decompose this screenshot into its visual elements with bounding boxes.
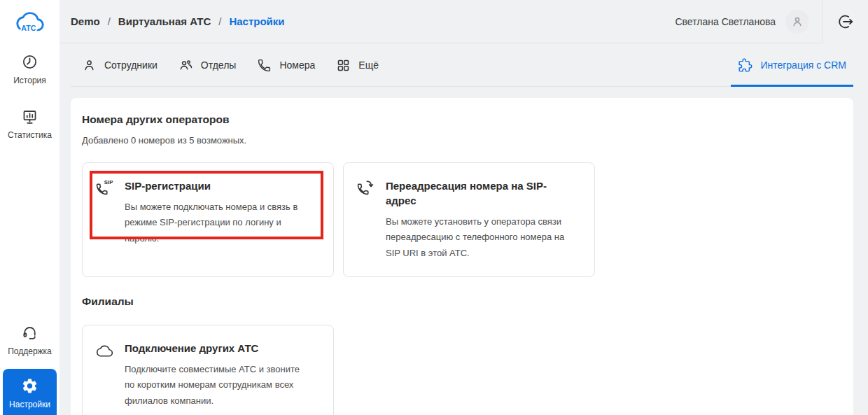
section-title: Филиалы <box>82 295 836 308</box>
grid-icon <box>336 58 351 73</box>
card-body: Подключение других АТС Подключите совмес… <box>125 341 308 409</box>
topbar: Demo / Виртуальная АТС / Настройки Светл… <box>59 0 868 43</box>
puzzle-icon <box>738 58 752 73</box>
main-column: Demo / Виртуальная АТС / Настройки Светл… <box>59 0 868 415</box>
tab-crm-integration[interactable]: Интеграция с CRM <box>731 43 853 87</box>
logout-button[interactable] <box>822 0 868 43</box>
card-sip-registration[interactable]: SIP SIP-регистрации Вы можете подключать… <box>82 162 334 277</box>
sidebar-item-label: История <box>13 76 46 85</box>
card-connect-other-pbx[interactable]: Подключение других АТС Подключите совмес… <box>82 325 334 415</box>
phone-icon <box>257 58 272 73</box>
sidebar-item-label: Поддержка <box>8 346 52 356</box>
section-subtitle: Добавлено 0 номеров из 5 возможных. <box>82 135 836 146</box>
card-title: SIP-регистрации <box>125 178 287 193</box>
tab-more[interactable]: Ещё <box>336 58 379 73</box>
card-description: Вы можете установить у оператора связи п… <box>386 214 569 261</box>
card-description: Вы можете подключать номера и связь в ре… <box>125 199 308 246</box>
clock-icon <box>21 53 38 71</box>
tab-label: Сотрудники <box>104 59 158 71</box>
user-name: Светлана Светланова <box>675 16 776 27</box>
tab-label: Интеграция с CRM <box>760 59 846 71</box>
breadcrumb-separator: / <box>218 15 221 27</box>
tab-numbers[interactable]: Номера <box>257 58 315 73</box>
cards-row: Подключение других АТС Подключите совмес… <box>82 325 836 415</box>
user-icon <box>790 15 804 29</box>
sip-phone-icon: SIP <box>95 178 114 261</box>
cloud-icon <box>95 341 114 409</box>
tab-label: Ещё <box>358 59 379 71</box>
card-body: Переадресация номера на SIP-адрес Вы мож… <box>386 178 569 261</box>
sidebar-item-history[interactable]: История <box>0 48 59 91</box>
gear-icon <box>21 377 38 395</box>
tab-label: Номера <box>279 59 315 71</box>
card-title: Подключение других АТС <box>125 341 287 356</box>
svg-text:АТС: АТС <box>21 24 36 32</box>
breadcrumb-item-settings: Настройки <box>229 15 284 27</box>
tab-departments[interactable]: Отделы <box>178 58 237 73</box>
sidebar-item-label: Настройки <box>9 400 50 409</box>
people-icon <box>178 58 193 73</box>
stats-monitor-icon <box>21 108 38 125</box>
cards-row: SIP SIP-регистрации Вы можете подключать… <box>82 162 836 277</box>
logout-icon <box>837 13 854 30</box>
app-root: АТС История Статистика <box>0 0 868 415</box>
card-description: Подключите совместимые АТС и звоните по … <box>125 362 308 409</box>
sidebar-top-nav: История Статистика <box>0 48 59 146</box>
tab-bar: Сотрудники Отделы Номера <box>59 43 868 87</box>
phone-forward-icon <box>356 178 375 261</box>
card-title: Переадресация номера на SIP-адрес <box>386 178 548 208</box>
sidebar: АТС История Статистика <box>0 0 59 415</box>
avatar[interactable] <box>785 10 809 34</box>
breadcrumb-item-vpbx[interactable]: Виртуальная АТС <box>118 15 211 27</box>
section-branches: Филиалы Подключение д <box>82 295 836 415</box>
cloud-atc-logo-icon: АТС <box>14 8 46 34</box>
sidebar-item-statistics[interactable]: Статистика <box>0 102 59 146</box>
sidebar-item-settings[interactable]: Настройки <box>3 369 57 415</box>
topbar-main: Demo / Виртуальная АТС / Настройки Светл… <box>59 0 822 43</box>
breadcrumb: Demo / Виртуальная АТС / Настройки <box>71 15 285 27</box>
app-logo[interactable]: АТС <box>0 0 59 42</box>
section-title: Номера других операторов <box>82 113 836 126</box>
breadcrumb-item-demo[interactable]: Demo <box>71 15 100 27</box>
card-number-forwarding[interactable]: Переадресация номера на SIP-адрес Вы мож… <box>343 162 595 277</box>
sidebar-item-support[interactable]: Поддержка <box>0 318 59 362</box>
sidebar-bottom-nav: Поддержка Настройки <box>0 318 59 415</box>
content-area: Номера других операторов Добавлено 0 ном… <box>59 87 868 415</box>
sidebar-item-label: Статистика <box>8 130 52 140</box>
settings-panel: Номера других операторов Добавлено 0 ном… <box>71 98 853 415</box>
tab-employees[interactable]: Сотрудники <box>82 58 158 73</box>
headset-icon <box>21 324 38 342</box>
breadcrumb-separator: / <box>108 15 111 27</box>
tab-label: Отделы <box>201 59 237 71</box>
person-icon <box>82 58 97 73</box>
user-menu[interactable]: Светлана Светланова <box>675 10 809 34</box>
card-body: SIP-регистрации Вы можете подключать ном… <box>125 178 308 261</box>
section-other-operators: Номера других операторов Добавлено 0 ном… <box>82 113 836 277</box>
svg-text:SIP: SIP <box>104 179 113 185</box>
